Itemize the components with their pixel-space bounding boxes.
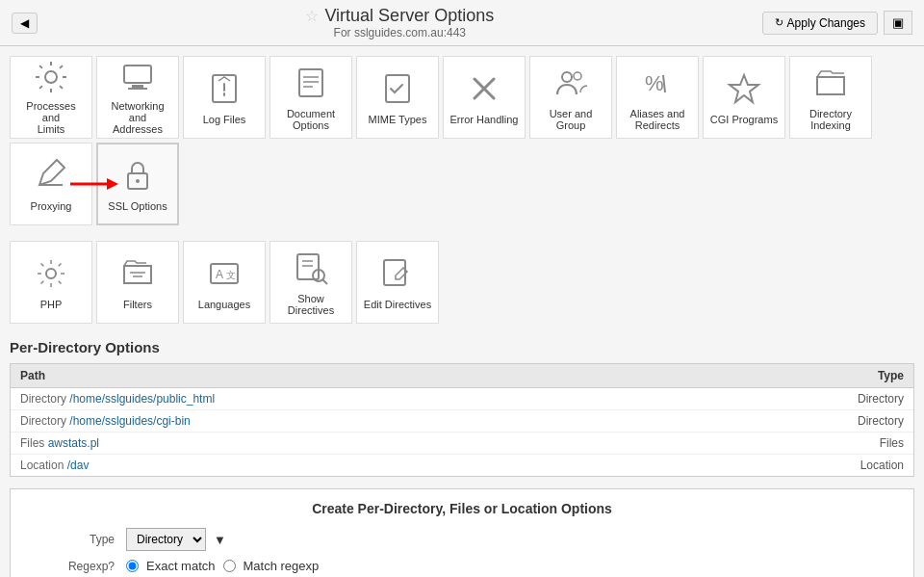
perdirectory-table: Path Type Directory /home/sslguides/publ…: [10, 363, 914, 477]
back-button[interactable]: ◀: [12, 13, 38, 34]
icon-directory[interactable]: DirectoryIndexing: [789, 56, 872, 139]
svg-marker-19: [107, 178, 118, 190]
percent-slash-icon: %: [638, 64, 677, 102]
table-row[interactable]: Directory /home/sslguides/public_html Di…: [11, 388, 913, 410]
icon-show-directives[interactable]: ShowDirectives: [270, 241, 352, 324]
icon-label-cgi: CGI Programs: [710, 114, 778, 125]
icon-label-edit-directives: Edit Directives: [364, 299, 431, 310]
star-icon: ☆: [305, 7, 319, 25]
icon-label-user: User andGroup: [550, 108, 593, 131]
page-title: Virtual Server Options: [324, 6, 494, 26]
table-header: Path Type: [11, 364, 913, 388]
regexp-exact-radio[interactable]: [126, 560, 139, 572]
folder-open-icon: [811, 64, 850, 102]
lang-box-icon: A文: [205, 254, 244, 293]
top-bar-left: ◀: [12, 13, 38, 34]
icon-networking[interactable]: Networkingand Addresses: [96, 56, 179, 139]
icon-edit-directives[interactable]: Edit Directives: [356, 241, 439, 324]
svg-rect-3: [128, 88, 147, 90]
perdirectory-section-title: Per-Directory Options: [10, 339, 914, 355]
icon-label-directory: DirectoryIndexing: [809, 108, 852, 131]
regexp-match-radio[interactable]: [223, 560, 236, 572]
red-arrow-indicator: [70, 174, 118, 194]
icon-label-proxying: Proxying: [31, 200, 72, 212]
type-control: Directory Files Location ▼: [126, 528, 226, 551]
type-select[interactable]: Directory Files Location: [126, 528, 206, 551]
regexp-label: Regexp?: [30, 560, 126, 573]
pencil-doc-icon: [378, 254, 417, 293]
icon-label-php: PHP: [40, 299, 63, 310]
row-path-link[interactable]: awstats.pl: [48, 436, 99, 450]
icon-label-mime: MIME Types: [369, 114, 427, 125]
svg-text:A: A: [216, 268, 223, 281]
refresh-icon: ↻: [775, 16, 783, 29]
icon-filters[interactable]: Filters: [96, 241, 179, 324]
regexp-control: Exact match Match regexp: [126, 559, 319, 573]
regexp-exact-label: Exact match: [146, 559, 216, 573]
row-label: Location /dav: [20, 459, 89, 472]
svg-rect-5: [299, 69, 322, 96]
icon-languages[interactable]: A文 Languages: [183, 241, 266, 324]
row-type: Directory: [858, 414, 904, 428]
icon-label-ssl: SSL Options: [108, 200, 167, 212]
icon-error[interactable]: Error Handling: [443, 56, 526, 139]
main-content: Processes andLimits Networkingand Addres…: [0, 46, 924, 577]
square-button[interactable]: ▣: [884, 11, 912, 35]
doc-check-icon: [378, 69, 417, 108]
icon-document[interactable]: DocumentOptions: [270, 56, 352, 139]
warning-doc-icon: [205, 69, 244, 108]
row-type: Files: [880, 436, 904, 450]
svg-rect-1: [124, 66, 151, 83]
row-label: Files awstats.pl: [20, 436, 99, 450]
folder-filter-icon: [118, 254, 157, 293]
svg-rect-33: [384, 260, 405, 285]
icon-aliases[interactable]: % Aliases andRedirects: [616, 56, 699, 139]
row-label: Directory /home/sslguides/public_html: [20, 392, 215, 406]
svg-point-13: [574, 72, 581, 80]
icon-cgi[interactable]: CGI Programs: [703, 56, 785, 139]
col-type-header: Type: [878, 369, 904, 382]
icon-grid-row2: PHP Filters A文 Languages ShowDirectives: [10, 241, 914, 324]
icon-label-error: Error Handling: [450, 114, 519, 125]
monitor-icon: [118, 60, 157, 94]
icon-proxying[interactable]: Proxying: [10, 143, 92, 225]
doc-lines-icon: [292, 64, 330, 102]
icon-php[interactable]: PHP: [10, 241, 92, 324]
type-label: Type: [30, 533, 126, 546]
svg-point-0: [45, 71, 57, 83]
x-mark-icon: [465, 69, 503, 108]
dropdown-arrow: ▼: [214, 533, 226, 547]
icon-user[interactable]: User andGroup: [529, 56, 612, 139]
top-bar-right: ↻ Apply Changes ▣: [762, 11, 912, 35]
row-path-link[interactable]: /home/sslguides/cgi-bin: [69, 414, 190, 428]
table-row[interactable]: Files awstats.pl Files: [11, 433, 913, 455]
icon-label-networking: Networkingand Addresses: [103, 100, 172, 135]
row-path-link[interactable]: /home/sslguides/public_html: [69, 392, 215, 406]
pencil-flag-icon: [32, 156, 70, 195]
icon-processes[interactable]: Processes andLimits: [10, 56, 92, 139]
row-type: Directory: [858, 392, 904, 406]
apply-changes-button[interactable]: ↻ Apply Changes: [762, 12, 878, 35]
svg-text:文: 文: [226, 270, 236, 280]
form-row-type: Type Directory Files Location ▼: [30, 528, 894, 551]
svg-marker-16: [730, 75, 758, 102]
row-path-link[interactable]: /dav: [67, 459, 90, 472]
icon-label-filters: Filters: [123, 299, 152, 310]
svg-line-30: [322, 279, 327, 284]
icon-grid-row1: Processes andLimits Networkingand Addres…: [10, 56, 914, 225]
icon-mime[interactable]: MIME Types: [356, 56, 439, 139]
icon-label-document: DocumentOptions: [287, 108, 335, 131]
svg-point-22: [46, 269, 56, 278]
table-row[interactable]: Directory /home/sslguides/cgi-bin Direct…: [11, 410, 913, 433]
regexp-match-label: Match regexp: [244, 559, 320, 573]
lock-icon: [118, 156, 157, 195]
top-bar: ◀ ☆ Virtual Server Options For sslguides…: [0, 0, 924, 46]
row-type: Location: [860, 459, 904, 472]
icon-logfiles[interactable]: Log Files: [183, 56, 266, 139]
row-label: Directory /home/sslguides/cgi-bin: [20, 414, 191, 428]
icon-label-logfiles: Log Files: [203, 114, 246, 125]
magnify-doc-icon: [292, 249, 330, 287]
table-row[interactable]: Location /dav Location: [11, 455, 913, 476]
apply-changes-label: Apply Changes: [787, 16, 865, 30]
gear-icon: [32, 60, 70, 94]
